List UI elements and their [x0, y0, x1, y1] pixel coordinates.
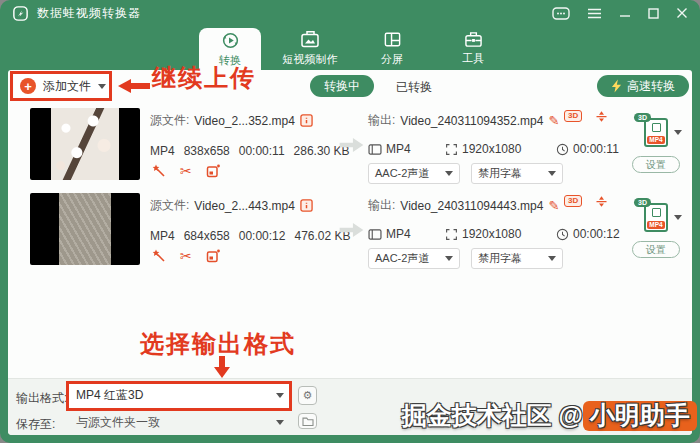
tab-tools-label: 工具: [462, 51, 484, 66]
feedback-icon[interactable]: [552, 7, 570, 20]
effects-wand-icon[interactable]: [152, 249, 166, 263]
gear-icon: ⚙: [303, 389, 313, 402]
3d-badge[interactable]: 3D: [564, 110, 582, 122]
target-3d-badge: 3D: [634, 198, 651, 207]
app-window: 数据蛙视频转换器 转换 短视频制作: [0, 0, 700, 443]
info-icon[interactable]: [300, 199, 313, 212]
source-label: 源文件:: [150, 112, 189, 129]
content-area: + 添加文件 转换中 已转换 高速转换 源文件: Video_2...352.m…: [8, 70, 692, 435]
source-info: 源文件: Video_2...443.mp4 MP4 684x658 00:00…: [150, 193, 340, 271]
main-tabbar: 转换 短视频制作 分屏 工具: [0, 26, 700, 70]
settings-button[interactable]: 设置: [632, 241, 680, 258]
source-duration: 00:00:11: [239, 144, 285, 158]
output-info: 输出: Video_240311094443.mp4 ✎ 3D MP4 1920…: [368, 193, 628, 271]
save-to-select[interactable]: 与源文件夹一致: [68, 412, 292, 432]
out-resolution: 1920x1080: [462, 142, 521, 156]
video-thumbnail: [30, 108, 140, 180]
plus-icon: +: [20, 78, 36, 94]
duration-icon: [556, 228, 569, 241]
target-format-column: MP4 3D 设置: [620, 108, 692, 186]
audio-channel-value: AAC-2声道: [375, 251, 429, 266]
cut-icon[interactable]: ✂: [180, 249, 192, 263]
target-format-column: MP4 3D 设置: [620, 193, 692, 271]
chevron-down-icon: [276, 393, 284, 398]
menu-icon[interactable]: [587, 8, 602, 19]
merge-split-icon[interactable]: [594, 109, 609, 124]
subtitle-value: 禁用字幕: [478, 166, 522, 181]
effects-wand-icon[interactable]: [152, 164, 166, 178]
source-label: 源文件:: [150, 197, 189, 214]
chevron-down-icon: [445, 256, 453, 261]
output-filename: Video_240311094352.mp4: [400, 114, 543, 128]
annotation-continue-upload: 继续上传: [152, 62, 256, 94]
fast-convert-button[interactable]: 高速转换: [597, 75, 689, 97]
subtitle-select[interactable]: 禁用字幕: [471, 248, 563, 269]
split-screen-icon: [383, 30, 402, 49]
close-icon[interactable]: [676, 7, 688, 19]
compress-icon[interactable]: [206, 249, 220, 263]
output-format-value: MP4 红蓝3D: [76, 387, 143, 404]
browse-folder-button[interactable]: [298, 413, 317, 429]
source-filename: Video_2...352.mp4: [194, 114, 295, 128]
cut-icon[interactable]: ✂: [180, 164, 192, 178]
save-to-label: 保存至:: [16, 416, 55, 433]
audio-channel-select[interactable]: AAC-2声道: [368, 163, 460, 184]
source-format: MP4: [150, 144, 175, 158]
audio-channel-select[interactable]: AAC-2声道: [368, 248, 460, 269]
minimize-icon[interactable]: [619, 8, 631, 18]
merge-split-icon[interactable]: [594, 194, 609, 209]
tab-converting[interactable]: 转换中: [310, 75, 374, 97]
transfer-arrow-icon: [338, 221, 365, 239]
output-filename: Video_240311094443.mp4: [400, 199, 543, 213]
chevron-down-icon: [548, 256, 556, 261]
settings-button[interactable]: 设置: [632, 156, 680, 173]
output-format-label: 输出格式:: [16, 390, 67, 407]
target-format-label: MP4: [647, 136, 665, 144]
window-title: 数据蛙视频转换器: [37, 5, 141, 22]
source-resolution: 838x658: [184, 144, 230, 158]
source-info: 源文件: Video_2...352.mp4 MP4 838x658 00:00…: [150, 108, 340, 186]
transfer-arrow-icon: [338, 136, 365, 154]
chevron-down-icon[interactable]: [674, 215, 682, 220]
annotation-arrow-left: [118, 79, 150, 93]
out-duration: 00:00:12: [573, 227, 620, 241]
info-icon[interactable]: [300, 114, 313, 127]
target-3d-badge: 3D: [634, 113, 651, 122]
edit-name-icon[interactable]: ✎: [548, 114, 559, 127]
watermark-prefix: 掘金技术社区 @: [402, 401, 583, 429]
output-format-select[interactable]: MP4 红蓝3D: [68, 383, 292, 408]
file-row: 源文件: Video_2...443.mp4 MP4 684x658 00:00…: [8, 193, 692, 271]
tab-tools[interactable]: 工具: [448, 26, 498, 70]
3d-badge[interactable]: 3D: [564, 195, 582, 207]
folder-icon: [302, 416, 314, 426]
target-format-icon[interactable]: MP4 3D: [644, 118, 668, 147]
tab-short-video[interactable]: 短视频制作: [266, 26, 354, 70]
add-file-button[interactable]: + 添加文件: [14, 74, 112, 98]
target-format-label: MP4: [647, 221, 665, 229]
lightning-icon: [611, 79, 622, 93]
out-resolution: 1920x1080: [462, 227, 521, 241]
subtitle-value: 禁用字幕: [478, 251, 522, 266]
target-format-icon[interactable]: MP4 3D: [644, 203, 668, 232]
short-video-icon: [300, 30, 320, 49]
annotation-arrow-down: [214, 356, 230, 378]
tab-split-screen[interactable]: 分屏: [367, 26, 417, 70]
audio-channel-value: AAC-2声道: [375, 166, 429, 181]
source-duration: 00:00:12: [239, 229, 286, 243]
convert-icon: [221, 31, 240, 50]
compress-icon[interactable]: [206, 164, 220, 178]
subtitle-select[interactable]: 禁用字幕: [471, 163, 563, 184]
chevron-down-icon[interactable]: [674, 130, 682, 135]
format-settings-button[interactable]: ⚙: [298, 386, 317, 405]
titlebar: 数据蛙视频转换器: [0, 0, 700, 26]
out-format: MP4: [386, 142, 411, 156]
maximize-icon[interactable]: [648, 8, 659, 19]
edit-name-icon[interactable]: ✎: [548, 199, 559, 212]
chevron-down-icon: [445, 171, 453, 176]
tab-converted[interactable]: 已转换: [396, 79, 432, 96]
app-logo-icon: [12, 5, 29, 22]
video-thumbnail: [30, 193, 140, 265]
chevron-down-icon: [548, 171, 556, 176]
source-format: MP4: [150, 229, 175, 243]
output-label: 输出:: [368, 112, 395, 129]
